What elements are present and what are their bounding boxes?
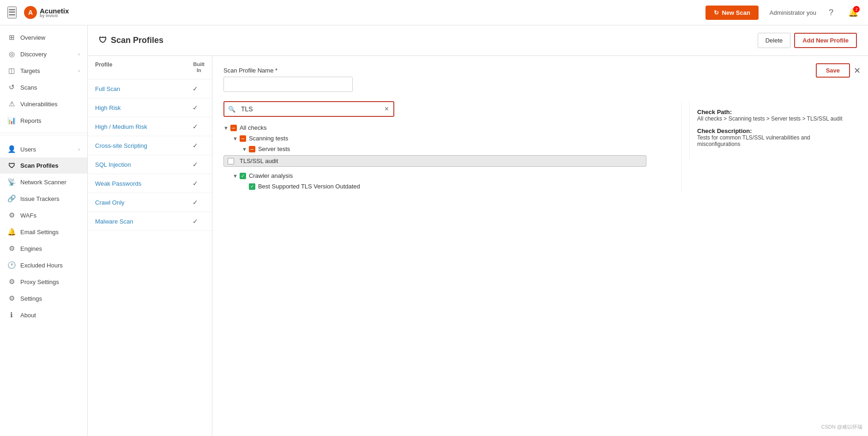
wafs-icon: ⚙	[7, 211, 16, 219]
tree-item-crawler-analysis: ▼ ✓ Crawler analysis	[223, 170, 674, 181]
search-input[interactable]	[239, 102, 380, 116]
profile-rows-container: Full Scan ✓ High Risk ✓ High / Medium Ri…	[88, 79, 212, 231]
profile-builtin-check: ✓	[186, 218, 205, 225]
sidebar-item-excluded-hours[interactable]: 🕐 Excluded Hours	[0, 257, 87, 273]
tree-item-best-tls: ▼ ✓ Best Supported TLS Version Outdated	[223, 181, 674, 192]
tree-item-tls-ssl-audit: TLS/SSL audit	[223, 154, 674, 168]
profile-name: SQL Injection	[95, 161, 186, 168]
sidebar-label-vulnerabilities: Vulnerabilities	[20, 101, 57, 108]
right-panel: Save ✕ Scan Profile Name * 🔍 ×	[212, 56, 868, 436]
main-columns: 🔍 × ▼ – All checks	[223, 101, 857, 192]
sidebar: ⊞ Overview ◎ Discovery › ◫ Targets › ↺ S…	[0, 25, 88, 436]
sidebar-label-issue-trackers: Issue Trackers	[20, 195, 60, 202]
close-button[interactable]: ✕	[854, 66, 861, 76]
sidebar-item-reports[interactable]: 📊 Reports	[0, 112, 87, 129]
overview-icon: ⊞	[7, 33, 16, 42]
collapse-server-tests[interactable]: ▼	[242, 146, 247, 152]
save-button[interactable]: Save	[816, 63, 850, 78]
help-button[interactable]: ?	[824, 5, 838, 20]
page-title: 🛡 Scan Profiles	[99, 36, 163, 45]
sidebar-label-about: About	[20, 312, 36, 319]
checkbox-server-tests[interactable]: –	[249, 146, 255, 152]
clear-search-button[interactable]: ×	[380, 105, 393, 113]
profile-list: Profile BuiltIn Full Scan ✓ High Risk ✓ …	[88, 56, 212, 436]
sidebar-item-email-settings[interactable]: 🔔 Email Settings	[0, 224, 87, 240]
sidebar-bottom-section: 👤 Users › 🛡 Scan Profiles 📡 Network Scan…	[0, 137, 87, 327]
new-scan-button[interactable]: ↻ New Scan	[705, 6, 758, 20]
scan-profiles-icon: 🛡	[7, 162, 16, 170]
issue-trackers-icon: 🔗	[7, 194, 16, 203]
profile-name: Malware Scan	[95, 218, 186, 225]
checkbox-tls-ssl-audit[interactable]	[228, 158, 234, 164]
profile-row[interactable]: Cross-site Scripting ✓	[88, 136, 212, 155]
sidebar-item-targets[interactable]: ◫ Targets ›	[0, 62, 87, 79]
sidebar-item-scan-profiles[interactable]: 🛡 Scan Profiles	[0, 157, 87, 174]
search-icon: 🔍	[224, 106, 239, 113]
email-settings-icon: 🔔	[7, 228, 16, 236]
sidebar-item-engines[interactable]: ⚙ Engines	[0, 240, 87, 257]
label-server-tests: Server tests	[258, 145, 290, 152]
profile-builtin-check: ✓	[186, 142, 205, 149]
sidebar-item-users[interactable]: 👤 Users ›	[0, 141, 87, 157]
sidebar-label-overview: Overview	[20, 34, 45, 41]
profile-builtin-check: ✓	[186, 123, 205, 130]
sidebar-label-scan-profiles: Scan Profiles	[20, 162, 58, 169]
profile-row[interactable]: Malware Scan ✓	[88, 212, 212, 231]
sidebar-label-targets: Targets	[20, 67, 40, 74]
sidebar-item-issue-trackers[interactable]: 🔗 Issue Trackers	[0, 190, 87, 207]
user-label: Administrator you	[770, 9, 816, 16]
chevron-right-icon: ›	[78, 68, 80, 73]
checkbox-all-checks[interactable]: –	[230, 125, 237, 131]
profile-row[interactable]: Weak Passwords ✓	[88, 174, 212, 193]
check-path-label: Check Path:	[697, 109, 850, 115]
sidebar-label-excluded-hours: Excluded Hours	[20, 262, 63, 269]
profile-builtin-check: ✓	[186, 199, 205, 206]
sidebar-top-section: ⊞ Overview ◎ Discovery › ◫ Targets › ↺ S…	[0, 25, 87, 133]
sidebar-item-vulnerabilities[interactable]: ⚠ Vulnerabilities	[0, 96, 87, 112]
sidebar-item-discovery[interactable]: ◎ Discovery ›	[0, 46, 87, 62]
scan-profile-name-label: Scan Profile Name *	[223, 67, 857, 74]
excluded-hours-icon: 🕐	[7, 261, 16, 269]
navbar: ☰ A Acunetix by Invicti ↻ New Scan Admin…	[0, 0, 868, 25]
sidebar-item-settings[interactable]: ⚙ Settings	[0, 290, 87, 307]
sidebar-label-scans: Scans	[20, 84, 37, 91]
notification-badge: 2	[853, 6, 860, 12]
delete-button[interactable]: Delete	[758, 33, 791, 48]
sidebar-item-proxy-settings[interactable]: ⚙ Proxy Settings	[0, 273, 87, 290]
sidebar-item-network-scanner[interactable]: 📡 Network Scanner	[0, 174, 87, 190]
sidebar-item-overview[interactable]: ⊞ Overview	[0, 29, 87, 46]
profile-row[interactable]: High Risk ✓	[88, 98, 212, 117]
hamburger-menu[interactable]: ☰	[7, 6, 17, 18]
profile-row[interactable]: SQL Injection ✓	[88, 155, 212, 174]
check-tree: ▼ – All checks ▼ – Scanning tests	[223, 122, 674, 192]
profile-row[interactable]: High / Medium Risk ✓	[88, 117, 212, 136]
right-panel-actions: Save ✕	[816, 63, 861, 78]
profile-name: High Risk	[95, 104, 186, 111]
checkbox-scanning-tests[interactable]: –	[240, 135, 246, 142]
sidebar-item-wafs[interactable]: ⚙ WAFs	[0, 207, 87, 224]
profile-name: Cross-site Scripting	[95, 142, 186, 149]
add-new-profile-button[interactable]: Add New Profile	[794, 33, 857, 48]
sidebar-item-about[interactable]: ℹ About	[0, 307, 87, 323]
main-content: 🛡 Scan Profiles Delete Add New Profile P…	[88, 25, 868, 436]
sidebar-item-scans[interactable]: ↺ Scans	[0, 79, 87, 96]
scan-profile-name-input[interactable]	[223, 77, 353, 92]
profile-row[interactable]: Crawl Only ✓	[88, 193, 212, 212]
collapse-all-checks[interactable]: ▼	[223, 125, 229, 131]
sidebar-label-network-scanner: Network Scanner	[20, 179, 66, 186]
check-description-value: Tests for common TLS/SSL vulnerabilities…	[697, 134, 850, 147]
label-crawler-analysis: Crawler analysis	[249, 172, 293, 179]
profile-row[interactable]: Full Scan ✓	[88, 79, 212, 98]
checkbox-best-tls[interactable]: ✓	[249, 183, 255, 190]
info-column: Check Path: All checks > Scanning tests …	[681, 101, 857, 192]
check-path-value: All checks > Scanning tests > Server tes…	[697, 115, 850, 122]
discovery-icon: ◎	[7, 50, 16, 58]
checkbox-crawler-analysis[interactable]: ✓	[240, 173, 246, 179]
notifications-button[interactable]: 🔔 2	[846, 5, 861, 20]
collapse-scanning-tests[interactable]: ▼	[233, 136, 238, 141]
collapse-crawler-analysis[interactable]: ▼	[233, 173, 238, 179]
app-logo: A Acunetix by Invicti	[24, 6, 69, 19]
check-info-panel: Check Path: All checks > Scanning tests …	[689, 101, 857, 160]
col-builtin-header: BuiltIn	[193, 61, 205, 73]
profile-name: High / Medium Risk	[95, 123, 186, 130]
